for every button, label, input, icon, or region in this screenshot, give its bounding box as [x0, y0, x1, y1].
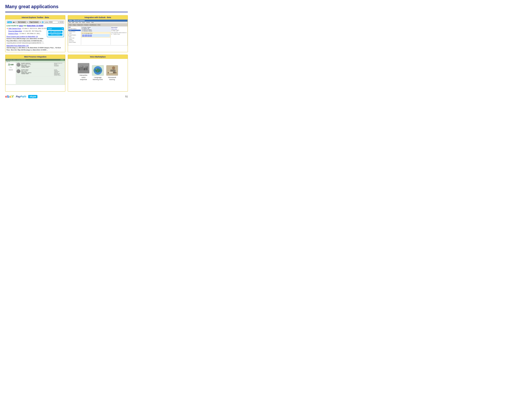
section3-link[interactable]: Bakersfield Pizza (Bakersfield, CA): [7, 45, 29, 46]
forward-btn[interactable]: Forward: [84, 24, 89, 26]
svg-point-22: [112, 67, 115, 69]
voice-label-2: Languagelearning tools: [93, 76, 103, 81]
for-follow: For Fol Message Body: Call +(408) 323 12…: [81, 32, 110, 38]
ebay-logo: ebaY: [5, 95, 14, 99]
city-svg: [78, 63, 89, 73]
paypal-registered: ®: [24, 95, 26, 98]
jyve-nav: View List: [6, 61, 65, 62]
view-list-btn[interactable]: View List: [6, 61, 10, 62]
menu-go[interactable]: Go: [79, 22, 81, 23]
jyve-main: Jyve98_LatinDrum Make 21_Butter not way …: [16, 62, 65, 84]
svg-rect-8: [81, 66, 82, 67]
skype-logo-ie: skype: [7, 21, 12, 23]
reply-all-btn[interactable]: Reply to All: [77, 24, 83, 26]
ie-search-select[interactable]: ▼: [59, 21, 63, 23]
ebay-b: b: [7, 95, 10, 98]
menu-view[interactable]: View: [75, 22, 78, 23]
ebay-a: a: [10, 95, 11, 98]
skype-popup-header: skype ✕: [47, 28, 64, 30]
voice-item-1: Interactivevoiceresponse: [78, 63, 89, 81]
result1-link[interactable]: Little Caesars Pizza: [8, 28, 21, 29]
skype-add-contacts-button[interactable]: Add to Contacts: [48, 34, 63, 36]
svg-rect-11: [86, 67, 86, 67]
outbox-folder[interactable]: Outbox: [68, 39, 81, 40]
result2-text: - 1.0 miles SW - 3017 Wilson Rd...: [22, 30, 42, 32]
section2-link[interactable]: Pizza Coupons and Locations for Bakersfi…: [7, 36, 38, 37]
outlook-panel: Integration with Outlook - Beta Inbox - …: [68, 15, 128, 52]
member1-name2: Name: Duran: [21, 65, 53, 66]
outlook-center-panel: To: Boukie, Chipper To: Sullivan, Jay To…: [81, 26, 111, 45]
voice-item-3: Homeworktutoring: [106, 65, 118, 81]
send-receive-btn[interactable]: Send/Receive: [89, 24, 97, 26]
page-title: Many great applications: [5, 4, 128, 9]
skype-close-icon[interactable]: ✕: [62, 28, 63, 30]
voice-marketplace-panel: Voice Marketplace: [68, 55, 128, 92]
voice-item-2: Languagelearning tools: [92, 65, 104, 81]
member2-details: Name: Jason Location: USA, California La…: [21, 71, 53, 74]
deleted-folder[interactable]: Deleted Items: [68, 31, 81, 32]
find-btn[interactable]: Find: [97, 24, 101, 26]
nav-arrows: ◀ ▶ ▼: [13, 21, 17, 23]
menu-actions[interactable]: Actions: [86, 22, 90, 23]
jyve-sidebar: Jyve Beta Local Time20:26 PM: [6, 62, 16, 84]
menu-file[interactable]: File: [69, 22, 71, 23]
ie-search-input[interactable]: [44, 21, 58, 23]
voice-label-3: Homeworktutoring: [108, 76, 116, 81]
to-boukie[interactable]: To: Boukie, Chipper: [82, 27, 110, 28]
outlook-menubar: File Edit View Go Tools Actions Help: [68, 22, 127, 24]
sent-folder[interactable]: Sent Items: [68, 40, 81, 42]
arrow-icon: ▼: [27, 22, 28, 23]
arrow2-icon: ▼: [40, 22, 41, 23]
jyve-header: You are here: Home >> All Jyve Members L…: [6, 59, 65, 61]
member2-avatar: [17, 69, 20, 73]
menu-help[interactable]: Help: [91, 22, 94, 23]
new-btn[interactable]: New: [69, 24, 72, 26]
jyve-login-btn[interactable]: LOGIN: [60, 59, 64, 60]
junk-folder[interactable]: Junk E-mail: [68, 37, 81, 39]
svg-rect-5: [78, 70, 89, 73]
svg-point-17: [96, 69, 97, 70]
svg-point-18: [98, 69, 99, 70]
outlook-left-panel: Mail Favorite Folders Inbox Deleted Item…: [68, 26, 81, 45]
paypal-pay: Pay: [16, 95, 20, 98]
footer: ebaY PayPal® skype 51: [5, 95, 128, 99]
discussion-label: Discussion: [111, 27, 127, 28]
footer-logos: ebaY PayPal® skype: [5, 95, 38, 99]
result3-link[interactable]: Domino's Pizza: [8, 33, 18, 34]
menu-edit[interactable]: Edit: [72, 22, 74, 23]
drafts-folder[interactable]: Drafts: [68, 32, 81, 34]
web-presence-header: Web Presence Integration: [5, 55, 65, 59]
web-presence-panel: Web Presence Integration You are here: H…: [5, 55, 65, 92]
svg-rect-7: [79, 67, 80, 68]
outlook-right-panel: Discussion Prele, Laura To: Boulas, Chip…: [111, 26, 127, 45]
to-martin[interactable]: To: Martin-Gil, William: [82, 29, 110, 30]
ie-toolbar-body: skype ◀ ▶ ▼ My Contacts ▼ Page Contacts …: [5, 19, 65, 52]
svg-rect-6: [79, 67, 79, 68]
call-option1[interactable]: Call +(408) 323 1234: [82, 34, 110, 36]
to-salvateira[interactable]: To: Salvateira, Melanie: [82, 30, 110, 32]
search-folder[interactable]: Search Folders: [68, 42, 81, 43]
skype-call-button[interactable]: Call +18007223727: [48, 31, 63, 33]
local-result-heading: Local results for pizza near Bakersfield…: [7, 25, 64, 27]
all-mail-label: All Mail Folders: [68, 34, 81, 36]
member1-location: Location: South Africa: [21, 66, 53, 67]
page-contacts-btn[interactable]: Page Contacts: [29, 21, 39, 23]
my-contacts-btn[interactable]: My Contacts: [17, 21, 26, 23]
menu-tools[interactable]: Tools: [82, 22, 85, 23]
voice-globe-image: [92, 65, 104, 76]
call-option2[interactable]: Call +(650) 123 1234: [82, 36, 110, 37]
inbox-folder[interactable]: Inbox: [68, 30, 81, 31]
result2-link[interactable]: Pizza Hut Bakersfield: [8, 30, 22, 32]
paypal-pal: Pal: [20, 95, 24, 98]
svg-point-19: [97, 71, 98, 72]
member2-meeting: FriendsBusinessCollaborationSwitchingDat…: [54, 69, 65, 76]
to-sullivan[interactable]: To: Sullivan, Jay: [82, 28, 110, 29]
ebay-y: Y: [11, 95, 14, 98]
discussion-cc: CC: Prele, Laura: [111, 30, 127, 31]
inbox-all[interactable]: Inbox: [68, 36, 81, 37]
reply-btn[interactable]: Reply: [72, 24, 76, 26]
outlook-body: Inbox - Microsoft Outlook File Edit View…: [68, 19, 128, 46]
svg-point-20: [99, 69, 100, 69]
svg-rect-10: [84, 68, 84, 68]
section2-text1: Domino's Pizza 2306 Brundage Lane, Baker…: [7, 38, 43, 39]
